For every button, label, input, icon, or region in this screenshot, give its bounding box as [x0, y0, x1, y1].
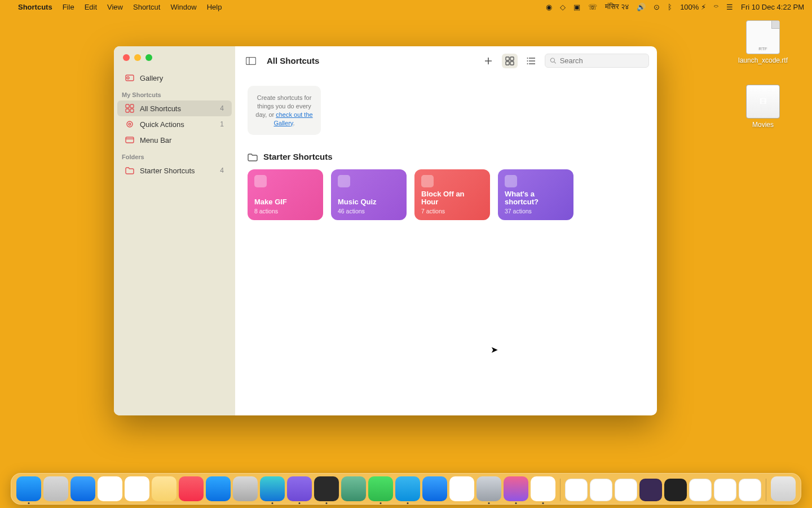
main-area: All Shortcuts Create shortcuts for thing… [235, 46, 657, 415]
shortcut-card-icon [421, 175, 434, 187]
dock-app-whatsapp[interactable] [368, 476, 393, 501]
page-title: All Shortcuts [267, 56, 319, 65]
grid-icon [125, 104, 134, 113]
dock-app-finder[interactable] [16, 476, 41, 501]
status-control-center-icon[interactable]: ☰ [726, 3, 733, 11]
menu-bar: Shortcuts File Edit View Shortcut Window… [0, 0, 812, 14]
shortcuts-window: Gallery My Shortcuts All Shortcuts 4 Qui… [114, 46, 657, 415]
dock-recent-doc3[interactable] [615, 479, 637, 501]
dock-recent-win2[interactable] [664, 479, 687, 501]
sidebar-item-menu-bar[interactable]: Menu Bar [117, 132, 232, 148]
dock-recent-doc4[interactable] [714, 479, 736, 501]
dock-app-app-b[interactable] [341, 476, 366, 501]
svg-point-22 [527, 60, 528, 62]
document-icon: RTF [746, 20, 780, 54]
menu-file[interactable]: File [63, 3, 74, 11]
desktop-folder-movies[interactable]: 🎞 Movies [738, 85, 788, 129]
list-view-button[interactable] [523, 54, 539, 68]
status-tray-icon[interactable]: ◇ [560, 3, 566, 11]
dock-app-skype[interactable] [395, 476, 420, 501]
dock-app-calendar[interactable] [98, 476, 122, 501]
dock-app-appstore[interactable] [206, 476, 231, 501]
minimize-button[interactable] [134, 54, 141, 61]
dock-recent-doc5[interactable] [739, 479, 761, 501]
dock-app-reminders[interactable] [125, 476, 149, 501]
dock-app-shortcuts[interactable] [504, 476, 528, 501]
status-volume-icon[interactable]: 🔊 [637, 3, 646, 11]
dock-trash[interactable] [771, 476, 796, 501]
running-indicator-icon [515, 502, 517, 504]
shortcut-card-sub: 7 actions [421, 208, 483, 214]
svg-rect-16 [506, 62, 509, 65]
dock-app-notes[interactable] [152, 476, 176, 501]
status-wifi-icon[interactable]: ⌔ [714, 3, 718, 11]
status-play-icon[interactable]: ⊙ [654, 3, 660, 11]
status-viber-icon[interactable]: ☏ [588, 3, 597, 11]
toggle-sidebar-button[interactable] [243, 54, 259, 68]
sidebar-item-starter-shortcuts[interactable]: Starter Shortcuts 4 [117, 163, 232, 178]
status-bluetooth-icon[interactable]: ᛒ [668, 3, 672, 11]
folder-icon [125, 166, 134, 175]
shortcut-card[interactable]: What's a shortcut? 37 actions [498, 169, 573, 220]
sidebar-section-folders: Folders [114, 148, 235, 163]
dock-app-launchpad[interactable] [43, 476, 68, 501]
menubar-icon [125, 135, 134, 144]
desktop-file-rtf[interactable]: RTF launch_xcode.rtf [738, 20, 788, 64]
dock-app-xcode[interactable] [422, 476, 447, 501]
search-icon [550, 57, 557, 64]
content-area: Create shortcuts for things you do every… [235, 76, 657, 230]
app-menu[interactable]: Shortcuts [18, 3, 52, 11]
svg-rect-10 [246, 57, 256, 64]
svg-rect-8 [126, 137, 134, 143]
menu-edit[interactable]: Edit [85, 3, 97, 11]
status-datetime[interactable]: Fri 10 Dec 4:22 PM [741, 3, 804, 11]
menu-window[interactable]: Window [170, 3, 196, 11]
shortcut-card[interactable]: Music Quiz 46 actions [331, 169, 407, 220]
dock-recent-doc1[interactable] [565, 479, 588, 501]
dock-recent-win1[interactable] [639, 479, 662, 501]
desktop-folder-label: Movies [738, 121, 788, 129]
shortcut-card-title: What's a shortcut? [505, 190, 567, 207]
sidebar-item-label: All Shortcuts [140, 104, 181, 113]
sidebar-item-label: Menu Bar [140, 136, 171, 144]
running-indicator-icon [299, 502, 301, 504]
close-button[interactable] [123, 54, 130, 61]
dock-app-edge[interactable] [260, 476, 285, 501]
grid-view-button[interactable] [502, 54, 518, 68]
svg-rect-17 [510, 62, 514, 65]
shortcut-card[interactable]: Block Off an Hour 7 actions [414, 169, 490, 220]
status-calendar[interactable]: मंसिर २४ [605, 2, 629, 11]
dock-app-terminal[interactable] [314, 476, 339, 501]
dock-recent-win3[interactable] [689, 479, 712, 501]
sidebar-item-gallery[interactable]: Gallery [117, 70, 232, 86]
menu-help[interactable]: Help [207, 3, 222, 11]
shortcut-card-icon [505, 175, 517, 187]
dock-app-settings[interactable] [233, 476, 258, 501]
dock-app-photos[interactable] [449, 476, 474, 501]
sidebar-item-quick-actions[interactable]: Quick Actions 1 [117, 116, 232, 132]
shortcut-card[interactable]: Make GIF 8 actions [248, 169, 323, 220]
sidebar-item-label: Gallery [140, 74, 163, 82]
sidebar-item-label: Quick Actions [140, 120, 184, 129]
dock-app-music[interactable] [179, 476, 204, 501]
menu-view[interactable]: View [107, 3, 123, 11]
dock-separator [766, 479, 766, 501]
dock-app-viber[interactable] [287, 476, 312, 501]
dock-recent-doc2[interactable] [590, 479, 612, 501]
status-record-icon[interactable]: ◉ [546, 3, 552, 11]
section-header: Starter Shortcuts [248, 152, 645, 161]
search-input[interactable] [560, 56, 644, 65]
dock-app-preview[interactable] [476, 476, 501, 501]
sidebar-item-all-shortcuts[interactable]: All Shortcuts 4 [117, 100, 232, 116]
status-shield-icon[interactable]: ▣ [573, 3, 580, 11]
menu-shortcut[interactable]: Shortcut [133, 3, 160, 11]
dock-app-mail[interactable] [70, 476, 95, 501]
svg-rect-3 [130, 104, 134, 108]
new-shortcut-button[interactable] [480, 54, 496, 68]
status-battery[interactable]: 100% ⚡︎ [680, 3, 706, 11]
svg-point-21 [527, 58, 528, 59]
dock-app-textedit[interactable] [531, 476, 555, 501]
search-field[interactable] [545, 54, 649, 68]
window-controls [114, 54, 235, 61]
zoom-button[interactable] [145, 54, 152, 61]
